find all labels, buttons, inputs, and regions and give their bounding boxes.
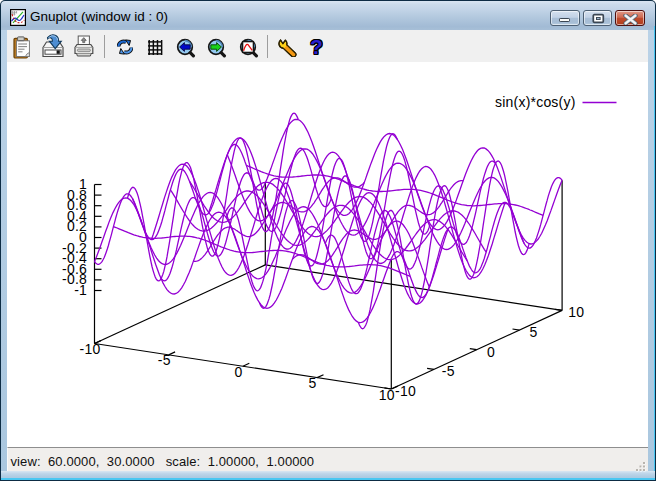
svg-text:10: 10: [379, 387, 395, 403]
svg-text:-10: -10: [80, 341, 101, 357]
svg-text:-1: -1: [74, 282, 87, 298]
svg-text:5: 5: [530, 324, 538, 340]
svg-text:10: 10: [568, 304, 584, 320]
svg-text:-5: -5: [158, 352, 171, 368]
svg-text:sin(x)*cos(y): sin(x)*cos(y): [495, 94, 575, 110]
svg-text:-10: -10: [395, 383, 416, 399]
svg-text:-5: -5: [442, 363, 455, 379]
svg-text:5: 5: [309, 375, 317, 391]
svg-text:0: 0: [487, 344, 495, 360]
svg-text:0: 0: [234, 364, 242, 380]
